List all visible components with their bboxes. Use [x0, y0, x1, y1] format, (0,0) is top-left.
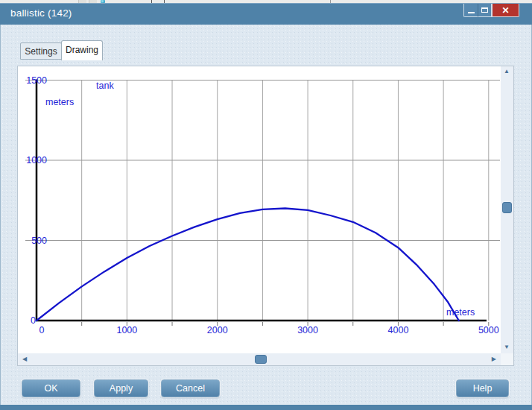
tab-settings[interactable]: Settings — [20, 42, 62, 60]
x-tick-label: 3000 — [297, 325, 318, 335]
minimize-button[interactable] — [463, 4, 478, 17]
cancel-button[interactable]: Cancel — [161, 379, 220, 397]
vertical-scroll-thumb[interactable] — [502, 202, 512, 213]
scroll-right-icon[interactable]: ▶ — [492, 356, 496, 362]
window-controls: ✕ — [463, 4, 519, 18]
x-axis-unit-label: meters — [446, 307, 475, 318]
x-tick-label: 1000 — [116, 325, 137, 335]
dialog-body: Settings Drawing 01000200030004000500005… — [0, 25, 532, 405]
y-tick-label: 1000 — [26, 155, 47, 165]
y-tick-label: 500 — [31, 236, 47, 246]
x-tick-label: 0 — [39, 325, 45, 335]
title-bar[interactable]: ballistic (142) ✕ — [0, 3, 532, 25]
vertical-scrollbar[interactable]: ▲ ▼ — [501, 66, 513, 353]
horizontal-scrollbar[interactable]: ◀ ▶ — [18, 353, 501, 365]
series-label: tank — [96, 81, 114, 91]
trajectory-chart: 010002000300040005000050010001500metersm… — [18, 66, 501, 353]
tab-drawing[interactable]: Drawing — [61, 40, 103, 60]
y-tick-label: 0 — [31, 315, 36, 326]
scrollbar-corner — [501, 353, 513, 365]
scroll-left-icon[interactable]: ◀ — [22, 356, 27, 362]
window-bottom-edge — [0, 405, 532, 410]
help-button[interactable]: Help — [456, 379, 509, 397]
close-icon: ✕ — [501, 6, 509, 15]
minimize-icon — [468, 12, 475, 13]
x-tick-label: 4000 — [388, 325, 409, 335]
x-tick-label: 5000 — [478, 325, 499, 335]
scroll-down-icon[interactable]: ▼ — [504, 344, 510, 350]
close-button[interactable]: ✕ — [492, 4, 519, 17]
horizontal-scroll-thumb[interactable] — [255, 355, 267, 364]
y-axis-unit-label: meters — [45, 97, 74, 107]
trajectory-curve — [37, 209, 459, 321]
chart-panel: 010002000300040005000050010001500metersm… — [17, 66, 514, 366]
apply-button[interactable]: Apply — [94, 379, 148, 397]
ok-button[interactable]: OK — [22, 379, 80, 397]
scroll-up-icon[interactable]: ▲ — [504, 69, 510, 75]
y-tick-label: 1500 — [26, 75, 47, 86]
maximize-button[interactable] — [478, 4, 492, 17]
window-title: ballistic (142) — [10, 7, 72, 19]
x-tick-label: 2000 — [207, 325, 228, 335]
dialog-window: ballistic (142) ✕ Settings Drawing 01000… — [0, 0, 532, 410]
maximize-icon — [481, 7, 488, 13]
